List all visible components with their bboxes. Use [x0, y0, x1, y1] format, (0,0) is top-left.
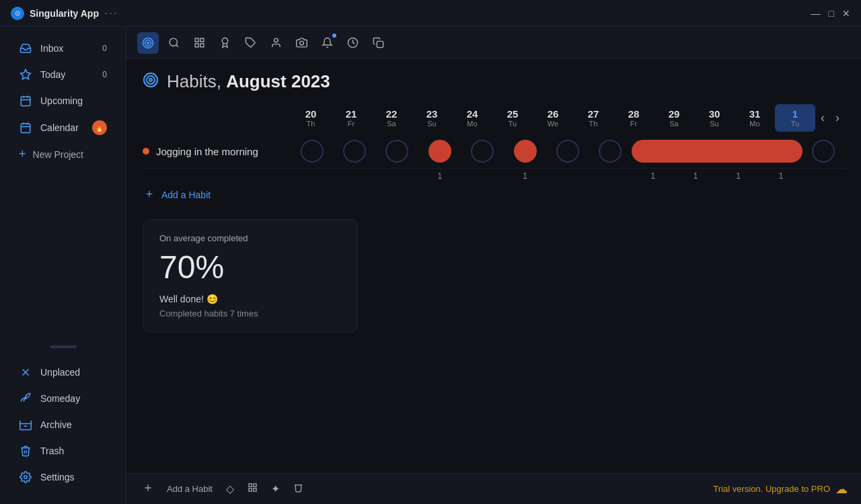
tag-toolbar-icon[interactable] [239, 32, 261, 54]
cal-day-21[interactable]: 21 Fr [331, 104, 371, 132]
cal-day-27[interactable]: 27 Th [573, 104, 613, 132]
add-habit-button[interactable]: + Add a Habit [143, 181, 845, 208]
svg-point-24 [274, 38, 278, 42]
sidebar-item-settings[interactable]: Settings [5, 464, 120, 490]
cal-day-30[interactable]: 30 Su [694, 104, 735, 132]
cal-day-24[interactable]: 24 Mo [452, 104, 492, 132]
cal-day-28[interactable]: 28 Fr [613, 104, 654, 132]
habit-circle[interactable] [301, 140, 324, 163]
cal-day-name: Tu [791, 120, 799, 128]
cal-day-name: Fr [630, 120, 637, 128]
cal-day-20[interactable]: 20 Th [291, 104, 331, 132]
app-title: Singularity App [30, 8, 99, 19]
bottom-add-habit-label[interactable]: Add a Habit [164, 481, 215, 497]
svg-point-14 [145, 40, 151, 46]
habit-circle[interactable] [812, 140, 835, 163]
cal-day-29[interactable]: 29 Sa [654, 104, 694, 132]
cal-day-25[interactable]: 25 Tu [492, 104, 533, 132]
cal-day-22[interactable]: 22 Sa [371, 104, 412, 132]
cal-day-1[interactable]: 1 Tu [775, 104, 815, 132]
upcoming-icon [19, 94, 32, 108]
svg-rect-34 [254, 484, 256, 487]
medal-toolbar-icon[interactable] [214, 32, 235, 54]
trial-text: Trial version. Upgrade to PRO [713, 484, 830, 494]
calendar-next-button[interactable]: › [830, 108, 845, 128]
svg-point-16 [170, 38, 177, 46]
cal-day-num: 21 [346, 108, 357, 120]
sidebar-item-calendar[interactable]: Calendar 🔥 [5, 114, 120, 141]
calendar-prev-button[interactable]: ‹ [815, 108, 830, 128]
habit-dot [143, 148, 149, 155]
cal-day-name: Fr [348, 120, 354, 128]
habit-circle-filled[interactable] [759, 140, 802, 163]
habit-circle-filled[interactable] [675, 140, 717, 163]
sidebar-item-unplaced[interactable]: Unplaced [5, 360, 120, 385]
bottom-move-icon[interactable]: ✦ [268, 480, 283, 498]
person-toolbar-icon[interactable] [265, 32, 287, 54]
new-project-button[interactable]: + New Project [5, 142, 120, 167]
cal-day-23[interactable]: 23 Su [412, 104, 452, 132]
search-toolbar-icon[interactable] [163, 32, 184, 54]
habit-circle[interactable] [471, 140, 494, 163]
sidebar-item-someday[interactable]: Someday [5, 386, 120, 411]
bottom-add-habit-button[interactable] [140, 480, 156, 499]
count-cell: 1 [717, 171, 759, 181]
count-cell [802, 171, 845, 181]
sidebar-scroll-indicator [0, 340, 126, 353]
sidebar-item-archive[interactable]: Archive [5, 412, 120, 437]
habit-circle-filled[interactable] [428, 140, 451, 163]
cal-day-31[interactable]: 31 Mo [735, 104, 775, 132]
sidebar: Inbox 0 Today 0 Upcoming Cal [0, 27, 126, 504]
cal-day-name: Mo [467, 120, 477, 128]
habit-circle-cell [632, 140, 674, 163]
habit-circle-filled[interactable] [514, 140, 537, 163]
bottom-grid-icon[interactable] [245, 480, 260, 498]
close-button[interactable]: ✕ [842, 8, 850, 19]
cal-day-num: 23 [426, 108, 438, 120]
more-options-icon[interactable]: ··· [104, 6, 118, 20]
grid-toolbar-icon[interactable] [188, 32, 210, 54]
stats-card: On average completed 70% Well done! 😊 Co… [143, 219, 358, 333]
count-cell [546, 171, 589, 181]
sidebar-item-inbox[interactable]: Inbox 0 [5, 36, 120, 61]
scroll-pill [50, 345, 77, 348]
camera-toolbar-icon[interactable] [291, 32, 312, 54]
page-title: Habits, August 2023 [167, 71, 330, 92]
svg-rect-5 [21, 124, 30, 133]
svg-point-12 [24, 476, 28, 479]
sidebar-item-today[interactable]: Today 0 [5, 62, 120, 87]
habit-circle[interactable] [385, 140, 408, 163]
count-cell: 1 [675, 171, 717, 181]
habit-circles [291, 140, 845, 163]
habit-circle-filled[interactable] [632, 140, 674, 163]
stats-completed: Completed habits 7 times [159, 308, 341, 319]
timer-toolbar-icon[interactable] [342, 32, 363, 54]
habits-toolbar-icon[interactable] [137, 32, 159, 54]
habit-circle-cell [759, 140, 802, 163]
sidebar-item-upcoming[interactable]: Upcoming [5, 88, 120, 114]
cal-day-26[interactable]: 26 We [533, 104, 573, 132]
stats-well-done: Well done! 😊 [159, 294, 341, 304]
habit-circle-filled[interactable] [717, 140, 759, 163]
page-header: Habits, August 2023 [126, 59, 861, 104]
count-cell [291, 171, 333, 181]
maximize-button[interactable]: □ [829, 8, 834, 19]
sidebar-item-trash[interactable]: Trash [5, 438, 120, 464]
bell-toolbar-icon[interactable] [316, 32, 338, 54]
habit-circle[interactable] [556, 140, 579, 163]
copy-toolbar-icon[interactable] [367, 32, 389, 54]
habit-circle-cell [333, 140, 375, 163]
archive-label: Archive [40, 419, 107, 430]
bottom-diamond-icon[interactable]: ◇ [223, 480, 237, 498]
content-area: Habits, August 2023 20 Th 21 Fr 22 Sa 23… [126, 27, 861, 504]
habit-circle[interactable] [599, 140, 622, 163]
minimize-button[interactable]: — [811, 8, 821, 19]
cal-day-name: Su [427, 120, 436, 128]
habit-circle-cell [376, 140, 418, 163]
app-icon: ⊙ [11, 7, 24, 20]
bottom-delete-icon[interactable] [291, 480, 306, 498]
today-label: Today [40, 69, 88, 80]
sidebar-bottom: Unplaced Someday Archive Trash [0, 353, 126, 496]
habit-circle[interactable] [343, 140, 366, 163]
calendar-label: Calendar [40, 122, 84, 133]
